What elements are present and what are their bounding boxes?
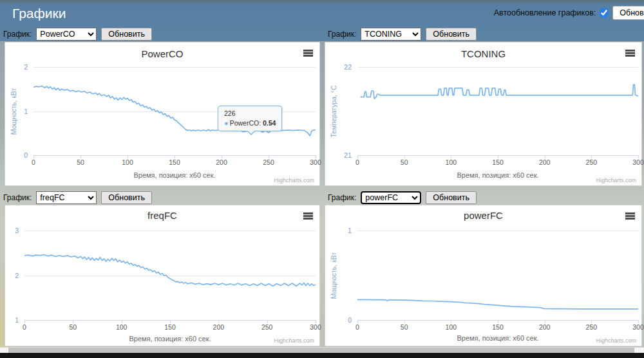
x-tick-label: 0 — [355, 158, 359, 166]
chart-title: freqFC — [5, 210, 319, 221]
y-tick-label: 0 — [348, 316, 352, 324]
series-marker-icon: ● — [224, 119, 229, 127]
x-tick-label: 200 — [539, 323, 551, 331]
x-tick-label: 150 — [492, 323, 504, 331]
chart-title: powerFC — [325, 210, 641, 221]
x-axis-title: Время, позиция: x60 сек. — [457, 171, 538, 179]
scrollbar-thumb[interactable] — [8, 348, 634, 353]
x-tick-label: 100 — [446, 158, 457, 166]
highcharts-credit: Highcharts.com — [274, 337, 314, 344]
series-line — [24, 255, 316, 287]
highcharts-credit: Highcharts.com — [596, 337, 636, 344]
chart-controls-freqfc: График: freqFC Обновить — [3, 191, 152, 205]
series-chart — [24, 231, 316, 320]
y-tick-label: 2 — [24, 63, 28, 71]
x-axis-title: Время, позиция: x60 сек. — [457, 334, 538, 342]
y-tick-label: 2 — [15, 272, 19, 279]
y-tick-label: 1 — [24, 108, 28, 115]
x-tick-label: 0 — [32, 158, 35, 166]
chart-tooltip: 226 ●PowerCO: 0.54 — [218, 106, 282, 131]
y-tick-label: 22 — [344, 63, 352, 71]
chart-panel-powerfc: powerFC Мощность, кВт 010501001502002503… — [325, 205, 642, 346]
x-tick-label: 300 — [632, 323, 644, 331]
y-tick-label: 21 — [344, 151, 352, 159]
page-title: Графики — [12, 6, 66, 21]
x-tick-label: 200 — [213, 323, 225, 331]
y-tick-label: 0 — [24, 151, 28, 159]
chart-title: PowerCO — [5, 48, 319, 59]
y-tick-label: 1 — [15, 316, 19, 324]
x-tick-label: 200 — [539, 158, 551, 166]
x-tick-label: 250 — [586, 323, 598, 331]
chart-panel-tconing: TCONING Температура, °C 2122050100150200… — [325, 42, 642, 186]
chart-controls-powerco: График: PowerCO Обновить — [3, 27, 152, 41]
chart-select-freqfc[interactable]: freqFC — [36, 191, 97, 204]
x-tick-label: 250 — [263, 158, 274, 166]
autorefresh-button[interactable]: Обновить в — [612, 6, 644, 20]
hamburger-menu-icon[interactable] — [303, 212, 313, 214]
x-tick-label: 100 — [446, 323, 457, 331]
plot-area: 123050100150200250300 — [24, 231, 316, 321]
chart-controls-powerfc: График: powerFC Обновить — [328, 191, 477, 205]
x-tick-label: 300 — [632, 158, 644, 166]
chart-select-powerco[interactable]: PowerCO — [36, 28, 97, 41]
x-tick-label: 250 — [261, 323, 273, 331]
x-tick-label: 300 — [310, 323, 321, 331]
tooltip-series-value: 0.54 — [263, 119, 276, 127]
x-tick-label: 50 — [69, 323, 77, 331]
chart-select-label: График: — [328, 193, 356, 202]
chart-panel-powerco: PowerCO Мощность, кВт 012050100150200250… — [5, 42, 320, 186]
chart-select-tconing[interactable]: TCONING — [361, 28, 421, 41]
x-axis-title: Время, позиция: x60 сек. — [129, 335, 211, 343]
hamburger-menu-icon[interactable] — [303, 50, 313, 52]
horizontal-scrollbar[interactable] — [0, 347, 644, 353]
x-axis-title: Время, позиция: x60 сек. — [133, 171, 215, 179]
hamburger-menu-icon[interactable] — [625, 212, 635, 214]
x-tick-label: 100 — [116, 323, 128, 331]
series-line — [360, 84, 638, 99]
highcharts-credit: Highcharts.com — [596, 177, 636, 184]
autorefresh-checkbox[interactable] — [600, 8, 609, 17]
x-tick-label: 50 — [401, 158, 408, 166]
chart-select-label: График: — [328, 30, 356, 39]
x-tick-label: 0 — [355, 323, 359, 331]
autorefresh-group: Автообновление графиков: Обновить в — [494, 6, 644, 20]
refresh-button-powerfc[interactable]: Обновить — [426, 191, 477, 204]
x-tick-label: 250 — [586, 158, 598, 166]
refresh-button-freqfc[interactable]: Обновить — [101, 191, 152, 204]
x-tick-label: 0 — [23, 323, 26, 331]
autorefresh-label: Автообновление графиков: — [494, 8, 596, 17]
highcharts-credit: Highcharts.com — [274, 177, 314, 184]
chart-panel-freqfc: freqFC 123050100150200250300 Время, пози… — [5, 205, 320, 346]
x-tick-label: 100 — [122, 158, 133, 166]
chart-controls-tconing: График: TCONING Обновить — [328, 27, 477, 41]
tooltip-x-value: 226 — [224, 109, 276, 117]
x-tick-label: 150 — [164, 323, 176, 331]
y-tick-label: 1 — [348, 227, 352, 234]
chart-select-label: График: — [3, 193, 32, 202]
chart-title: TCONING — [325, 48, 641, 59]
x-tick-label: 50 — [77, 158, 84, 166]
bottom-black-bar — [0, 353, 644, 358]
x-tick-label: 50 — [401, 323, 408, 331]
hamburger-menu-icon[interactable] — [625, 50, 635, 52]
refresh-button-powerco[interactable]: Обновить — [101, 28, 152, 41]
y-axis-title: Мощность, кВт — [9, 67, 18, 156]
x-tick-label: 150 — [492, 158, 504, 166]
chart-select-powerfc[interactable]: powerFC — [361, 191, 421, 204]
x-tick-label: 300 — [310, 158, 321, 166]
y-axis-title: Температура, °C — [329, 67, 338, 156]
plot-area: 2122050100150200250300 — [357, 67, 638, 156]
refresh-button-tconing[interactable]: Обновить — [426, 28, 477, 41]
y-axis-title: Мощность, кВт — [329, 231, 338, 321]
x-tick-label: 200 — [216, 158, 227, 166]
series-chart — [357, 67, 638, 155]
chart-select-label: График: — [3, 30, 32, 39]
tooltip-series-name: PowerCO: — [230, 119, 261, 127]
x-tick-label: 150 — [169, 158, 180, 166]
series-chart — [357, 231, 638, 320]
y-tick-label: 3 — [15, 227, 19, 234]
plot-area: 01050100150200250300 — [357, 231, 638, 321]
series-line — [357, 299, 638, 309]
